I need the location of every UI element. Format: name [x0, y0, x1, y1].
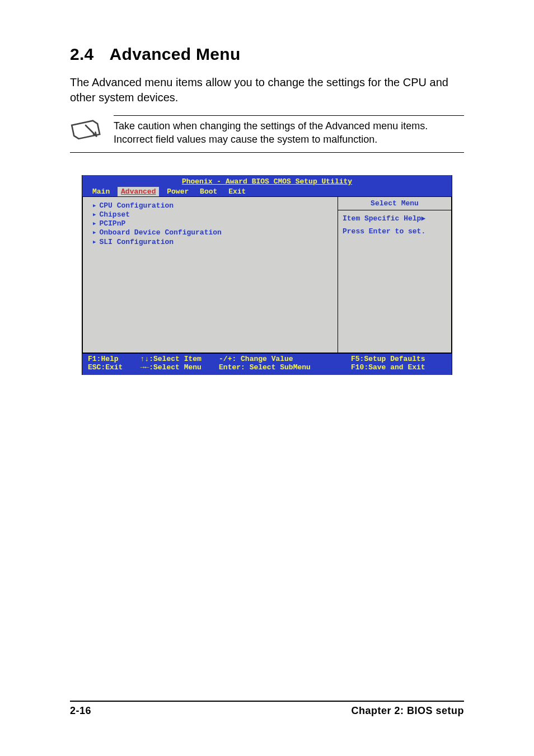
caution-note: Take caution when changing the settings …	[70, 115, 464, 153]
bios-menu-item: CPU Configuration	[93, 201, 327, 210]
bios-footer-row1-left: F1:Help ↑↓:Select Item -/+: Change Value	[88, 355, 351, 363]
bios-body: CPU Configuration Chipset PCIPnP Onboard…	[82, 196, 452, 353]
intro-paragraph: The Advanced menu items allow you to cha…	[70, 75, 464, 105]
chapter-label: Chapter 2: BIOS setup	[351, 705, 464, 717]
bios-footer: F1:Help ↑↓:Select Item -/+: Change Value…	[82, 353, 452, 375]
bios-tab-exit: Exit	[225, 187, 249, 196]
bios-help-header: Select Menu	[338, 197, 451, 210]
bios-help-panel: Select Menu Item Specific Help▶ Press En…	[338, 196, 452, 353]
bios-help-text: Press Enter to set.	[338, 224, 451, 239]
bios-menu-item: Onboard Device Configuration	[93, 228, 327, 237]
bios-menu-item: PCIPnP	[93, 219, 327, 228]
bios-screenshot: Phoenix - Award BIOS CMOS Setup Utility …	[82, 175, 452, 375]
page-footer: 2-16 Chapter 2: BIOS setup	[70, 701, 464, 717]
note-icon	[70, 115, 101, 143]
bios-help-subhead: Item Specific Help▶	[338, 210, 451, 224]
bios-footer-row2-right: F10:Save and Exit	[351, 363, 446, 372]
bios-menu-item: SLI Configuration	[93, 238, 327, 247]
bios-tab-boot: Boot	[196, 187, 221, 196]
bios-title: Phoenix - Award BIOS CMOS Setup Utility	[82, 176, 452, 187]
bios-tab-advanced: Advanced	[118, 187, 159, 196]
bios-tabs: Main Advanced Power Boot Exit	[82, 187, 452, 196]
section-number: 2.4	[70, 45, 94, 63]
section-heading: 2.4Advanced Menu	[70, 45, 464, 64]
page-number: 2-16	[70, 705, 91, 717]
bios-footer-row1-right: F5:Setup Defaults	[351, 355, 446, 363]
bios-header: Phoenix - Award BIOS CMOS Setup Utility …	[82, 175, 452, 196]
bios-tab-power: Power	[163, 187, 192, 196]
bios-menu-list: CPU Configuration Chipset PCIPnP Onboard…	[82, 196, 338, 353]
note-text: Take caution when changing the settings …	[114, 115, 464, 147]
bios-footer-row2-left: ESC:Exit →←:Select Menu Enter: Select Su…	[88, 363, 351, 372]
bios-tab-main: Main	[89, 187, 113, 196]
bios-menu-item: Chipset	[93, 210, 327, 219]
section-title: Advanced Menu	[110, 45, 241, 63]
